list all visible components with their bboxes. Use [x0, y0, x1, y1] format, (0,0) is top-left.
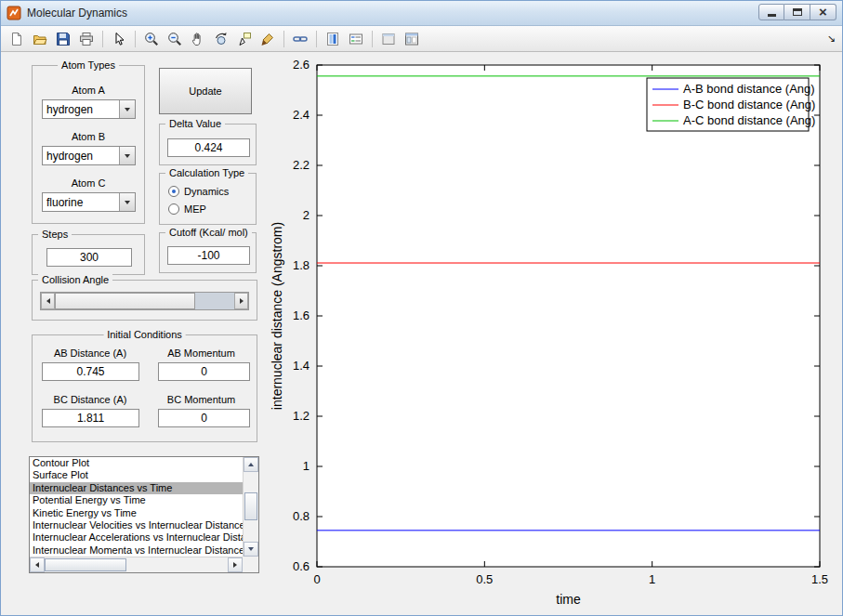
list-item[interactable]: Surface Plot — [30, 469, 243, 481]
maximize-icon — [793, 8, 802, 16]
listbox-items: Contour PlotSurface PlotInternuclear Dis… — [30, 457, 243, 557]
horizontal-scroll-track[interactable] — [45, 557, 228, 572]
minimize-button[interactable] — [758, 4, 784, 20]
legend-entry-label: A-B bond distance (Ang) — [683, 82, 815, 96]
list-item[interactable]: Internuclear Velocities vs Internuclear … — [30, 519, 243, 531]
insert-legend-button[interactable] — [345, 28, 367, 50]
new-figure-button[interactable] — [6, 28, 28, 50]
list-item[interactable]: Internuclear Momenta vs Internuclear Dis… — [30, 544, 243, 557]
zoom-out-button[interactable] — [164, 28, 186, 50]
new-figure-icon — [9, 32, 24, 46]
steps-group: Steps — [32, 234, 145, 275]
maximize-button[interactable] — [784, 4, 810, 20]
collision-angle-slider[interactable] — [40, 292, 249, 310]
slider-left-arrow[interactable] — [41, 293, 55, 309]
horizontal-scroll-thumb[interactable] — [45, 558, 126, 571]
plot-area[interactable] — [317, 65, 820, 567]
y-tick-label: 0.6 — [293, 559, 310, 573]
slider-thumb[interactable] — [55, 293, 195, 309]
edit-plot-button[interactable] — [108, 28, 130, 50]
list-item[interactable]: Contour Plot — [30, 457, 243, 469]
titlebar[interactable]: Molecular Dynamics — [1, 1, 842, 26]
x-tick-label: 1 — [649, 572, 655, 586]
dock-figure-arrow-icon[interactable]: ↘ — [827, 33, 837, 45]
x-tick-label: 0 — [313, 572, 320, 586]
ab-distance-label: AB Distance (A) — [33, 347, 148, 359]
collision-angle-title: Collision Angle — [38, 274, 112, 286]
horizontal-scrollbar[interactable] — [30, 557, 243, 572]
edit-plot-icon — [112, 32, 126, 46]
close-button[interactable] — [810, 4, 836, 20]
scroll-up-button[interactable] — [244, 457, 258, 472]
print-figure-button[interactable] — [75, 28, 98, 50]
legend-entry-label: B-C bond distance (Ang) — [683, 98, 815, 111]
chevron-down-icon — [125, 108, 130, 111]
delta-value-group: Delta Value — [159, 124, 257, 165]
cutoff-input[interactable] — [167, 246, 250, 265]
atom-a-dropdown-button[interactable] — [119, 100, 135, 118]
atom-b-dropdown-button[interactable] — [119, 147, 135, 164]
data-cursor-button[interactable] — [233, 28, 256, 50]
vertical-scrollbar[interactable] — [243, 457, 258, 557]
list-item[interactable]: Kinetic Energy vs Time — [30, 507, 243, 519]
plot-canvas[interactable]: 00.511.50.60.811.21.41.61.822.22.42.6tim… — [266, 56, 843, 613]
delta-value-title: Delta Value — [165, 118, 225, 130]
atom-a-select[interactable]: hydrogen — [42, 99, 136, 119]
slider-track[interactable] — [55, 293, 234, 309]
ab-momentum-input[interactable] — [158, 362, 250, 381]
arrow-left-icon — [46, 298, 50, 304]
bc-momentum-input[interactable] — [158, 409, 250, 427]
hide-plot-tools-button[interactable] — [377, 28, 400, 50]
vertical-scroll-thumb[interactable] — [244, 492, 257, 520]
legend-entry-label: A-C bond distance (Ang) — [683, 113, 815, 127]
zoom-out-icon — [167, 32, 182, 46]
steps-title: Steps — [38, 229, 72, 241]
zoom-in-button[interactable] — [140, 28, 163, 50]
scroll-down-button[interactable] — [244, 542, 258, 557]
app-window: Molecular Dynamics ↘ Atom Types Atom A h… — [0, 0, 843, 616]
vertical-scroll-track[interactable] — [244, 472, 258, 542]
atom-b-select[interactable]: hydrogen — [42, 146, 136, 165]
atom-types-group: Atom Types Atom A hydrogen Atom B hydrog… — [32, 65, 145, 224]
y-tick-label: 1.4 — [293, 359, 310, 373]
show-plot-tools-dock-icon — [404, 32, 419, 46]
insert-colorbar-button[interactable] — [322, 28, 344, 50]
list-item[interactable]: Internuclear Accelerations vs Internucle… — [30, 531, 243, 544]
list-item[interactable]: Potential Energy vs Time — [30, 494, 243, 506]
rotate-3d-button[interactable] — [210, 28, 232, 50]
pan-button[interactable] — [187, 28, 209, 50]
atom-c-dropdown-button[interactable] — [119, 193, 135, 211]
link-plot-icon — [293, 32, 308, 46]
x-tick-label: 1.5 — [811, 572, 828, 586]
radio-mep[interactable]: MEP — [168, 203, 206, 215]
y-tick-label: 1.8 — [293, 258, 310, 272]
bc-distance-input[interactable] — [42, 409, 139, 427]
brush-button[interactable] — [257, 28, 279, 50]
link-plot-button[interactable] — [289, 28, 311, 50]
ab-distance-input[interactable] — [42, 362, 139, 381]
scroll-left-button[interactable] — [30, 557, 45, 572]
steps-input[interactable] — [46, 248, 132, 267]
radio-dynamics[interactable]: Dynamics — [168, 186, 229, 197]
window-title: Molecular Dynamics — [27, 7, 127, 20]
zoom-in-icon — [144, 32, 159, 46]
delta-value-input[interactable] — [167, 138, 250, 157]
arrow-down-icon — [248, 547, 254, 551]
scroll-right-button[interactable] — [228, 557, 243, 572]
show-plot-tools-dock-button[interactable] — [401, 28, 423, 50]
y-tick-label: 1.6 — [293, 308, 310, 322]
open-file-button[interactable] — [29, 28, 51, 50]
atom-types-title: Atom Types — [58, 59, 119, 72]
y-tick-label: 2.2 — [293, 158, 310, 172]
update-button[interactable]: Update — [159, 68, 252, 114]
slider-right-arrow[interactable] — [234, 293, 248, 309]
plot-type-listbox[interactable]: Contour PlotSurface PlotInternuclear Dis… — [29, 456, 259, 573]
bc-momentum-label: BC Momentum — [148, 394, 255, 405]
atom-c-label: Atom C — [33, 177, 144, 189]
atom-c-value: fluorine — [43, 193, 119, 211]
list-item[interactable]: Internuclear Distances vs Time — [30, 482, 243, 494]
arrow-right-icon — [233, 562, 237, 568]
toolbar-separator — [316, 31, 317, 47]
save-figure-button[interactable] — [52, 28, 74, 50]
atom-c-select[interactable]: fluorine — [42, 192, 136, 212]
